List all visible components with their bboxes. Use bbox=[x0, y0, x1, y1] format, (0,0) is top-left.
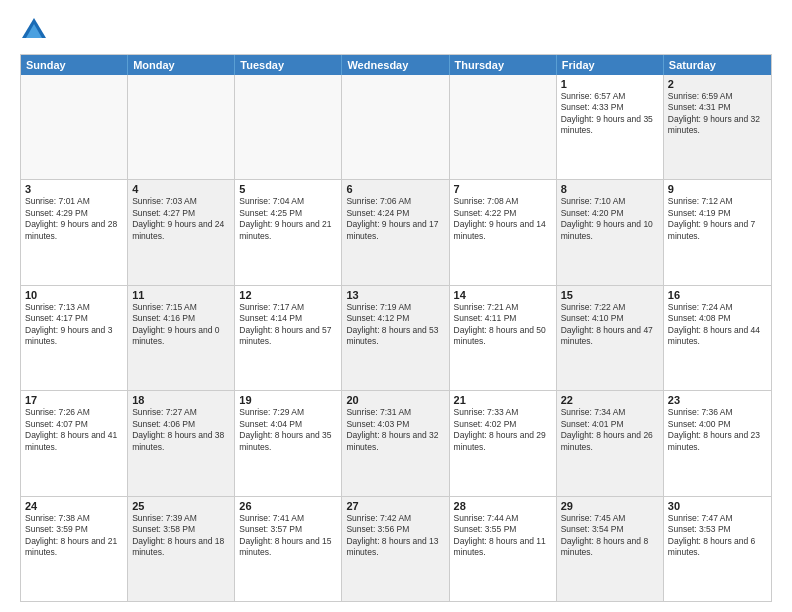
day-number: 29 bbox=[561, 500, 659, 512]
header-day-friday: Friday bbox=[557, 55, 664, 75]
calendar-cell: 12Sunrise: 7:17 AM Sunset: 4:14 PM Dayli… bbox=[235, 286, 342, 390]
calendar-cell bbox=[450, 75, 557, 179]
day-number: 5 bbox=[239, 183, 337, 195]
calendar-cell: 4Sunrise: 7:03 AM Sunset: 4:27 PM Daylig… bbox=[128, 180, 235, 284]
cell-info: Sunrise: 7:08 AM Sunset: 4:22 PM Dayligh… bbox=[454, 196, 552, 242]
day-number: 18 bbox=[132, 394, 230, 406]
calendar-cell: 10Sunrise: 7:13 AM Sunset: 4:17 PM Dayli… bbox=[21, 286, 128, 390]
calendar-cell bbox=[342, 75, 449, 179]
cell-info: Sunrise: 7:03 AM Sunset: 4:27 PM Dayligh… bbox=[132, 196, 230, 242]
calendar-header: SundayMondayTuesdayWednesdayThursdayFrid… bbox=[21, 55, 771, 75]
day-number: 1 bbox=[561, 78, 659, 90]
header-day-wednesday: Wednesday bbox=[342, 55, 449, 75]
cell-info: Sunrise: 7:33 AM Sunset: 4:02 PM Dayligh… bbox=[454, 407, 552, 453]
calendar-cell: 23Sunrise: 7:36 AM Sunset: 4:00 PM Dayli… bbox=[664, 391, 771, 495]
calendar-row-3: 10Sunrise: 7:13 AM Sunset: 4:17 PM Dayli… bbox=[21, 286, 771, 391]
calendar-cell: 13Sunrise: 7:19 AM Sunset: 4:12 PM Dayli… bbox=[342, 286, 449, 390]
day-number: 15 bbox=[561, 289, 659, 301]
day-number: 23 bbox=[668, 394, 767, 406]
calendar-cell: 8Sunrise: 7:10 AM Sunset: 4:20 PM Daylig… bbox=[557, 180, 664, 284]
day-number: 17 bbox=[25, 394, 123, 406]
calendar-body: 1Sunrise: 6:57 AM Sunset: 4:33 PM Daylig… bbox=[21, 75, 771, 601]
header-day-sunday: Sunday bbox=[21, 55, 128, 75]
calendar-row-2: 3Sunrise: 7:01 AM Sunset: 4:29 PM Daylig… bbox=[21, 180, 771, 285]
day-number: 25 bbox=[132, 500, 230, 512]
day-number: 9 bbox=[668, 183, 767, 195]
calendar-cell bbox=[128, 75, 235, 179]
page: SundayMondayTuesdayWednesdayThursdayFrid… bbox=[0, 0, 792, 612]
calendar-cell: 27Sunrise: 7:42 AM Sunset: 3:56 PM Dayli… bbox=[342, 497, 449, 601]
header-day-tuesday: Tuesday bbox=[235, 55, 342, 75]
day-number: 24 bbox=[25, 500, 123, 512]
day-number: 16 bbox=[668, 289, 767, 301]
cell-info: Sunrise: 7:01 AM Sunset: 4:29 PM Dayligh… bbox=[25, 196, 123, 242]
calendar-cell: 3Sunrise: 7:01 AM Sunset: 4:29 PM Daylig… bbox=[21, 180, 128, 284]
calendar-cell: 11Sunrise: 7:15 AM Sunset: 4:16 PM Dayli… bbox=[128, 286, 235, 390]
cell-info: Sunrise: 7:15 AM Sunset: 4:16 PM Dayligh… bbox=[132, 302, 230, 348]
cell-info: Sunrise: 7:38 AM Sunset: 3:59 PM Dayligh… bbox=[25, 513, 123, 559]
calendar-cell: 25Sunrise: 7:39 AM Sunset: 3:58 PM Dayli… bbox=[128, 497, 235, 601]
cell-info: Sunrise: 7:42 AM Sunset: 3:56 PM Dayligh… bbox=[346, 513, 444, 559]
calendar-cell: 6Sunrise: 7:06 AM Sunset: 4:24 PM Daylig… bbox=[342, 180, 449, 284]
cell-info: Sunrise: 7:29 AM Sunset: 4:04 PM Dayligh… bbox=[239, 407, 337, 453]
day-number: 22 bbox=[561, 394, 659, 406]
cell-info: Sunrise: 7:44 AM Sunset: 3:55 PM Dayligh… bbox=[454, 513, 552, 559]
cell-info: Sunrise: 6:57 AM Sunset: 4:33 PM Dayligh… bbox=[561, 91, 659, 137]
cell-info: Sunrise: 7:47 AM Sunset: 3:53 PM Dayligh… bbox=[668, 513, 767, 559]
calendar-cell: 18Sunrise: 7:27 AM Sunset: 4:06 PM Dayli… bbox=[128, 391, 235, 495]
cell-info: Sunrise: 7:17 AM Sunset: 4:14 PM Dayligh… bbox=[239, 302, 337, 348]
logo-icon bbox=[20, 16, 48, 44]
calendar-cell: 21Sunrise: 7:33 AM Sunset: 4:02 PM Dayli… bbox=[450, 391, 557, 495]
day-number: 13 bbox=[346, 289, 444, 301]
calendar-cell: 1Sunrise: 6:57 AM Sunset: 4:33 PM Daylig… bbox=[557, 75, 664, 179]
header-day-thursday: Thursday bbox=[450, 55, 557, 75]
day-number: 4 bbox=[132, 183, 230, 195]
calendar-cell: 19Sunrise: 7:29 AM Sunset: 4:04 PM Dayli… bbox=[235, 391, 342, 495]
day-number: 2 bbox=[668, 78, 767, 90]
calendar-cell: 26Sunrise: 7:41 AM Sunset: 3:57 PM Dayli… bbox=[235, 497, 342, 601]
cell-info: Sunrise: 6:59 AM Sunset: 4:31 PM Dayligh… bbox=[668, 91, 767, 137]
header bbox=[20, 16, 772, 44]
calendar-cell: 30Sunrise: 7:47 AM Sunset: 3:53 PM Dayli… bbox=[664, 497, 771, 601]
calendar-cell: 17Sunrise: 7:26 AM Sunset: 4:07 PM Dayli… bbox=[21, 391, 128, 495]
cell-info: Sunrise: 7:10 AM Sunset: 4:20 PM Dayligh… bbox=[561, 196, 659, 242]
day-number: 27 bbox=[346, 500, 444, 512]
cell-info: Sunrise: 7:27 AM Sunset: 4:06 PM Dayligh… bbox=[132, 407, 230, 453]
calendar-cell: 15Sunrise: 7:22 AM Sunset: 4:10 PM Dayli… bbox=[557, 286, 664, 390]
cell-info: Sunrise: 7:12 AM Sunset: 4:19 PM Dayligh… bbox=[668, 196, 767, 242]
cell-info: Sunrise: 7:21 AM Sunset: 4:11 PM Dayligh… bbox=[454, 302, 552, 348]
cell-info: Sunrise: 7:41 AM Sunset: 3:57 PM Dayligh… bbox=[239, 513, 337, 559]
day-number: 20 bbox=[346, 394, 444, 406]
day-number: 10 bbox=[25, 289, 123, 301]
cell-info: Sunrise: 7:22 AM Sunset: 4:10 PM Dayligh… bbox=[561, 302, 659, 348]
cell-info: Sunrise: 7:34 AM Sunset: 4:01 PM Dayligh… bbox=[561, 407, 659, 453]
header-day-saturday: Saturday bbox=[664, 55, 771, 75]
calendar-cell: 29Sunrise: 7:45 AM Sunset: 3:54 PM Dayli… bbox=[557, 497, 664, 601]
cell-info: Sunrise: 7:19 AM Sunset: 4:12 PM Dayligh… bbox=[346, 302, 444, 348]
calendar-cell: 9Sunrise: 7:12 AM Sunset: 4:19 PM Daylig… bbox=[664, 180, 771, 284]
cell-info: Sunrise: 7:31 AM Sunset: 4:03 PM Dayligh… bbox=[346, 407, 444, 453]
calendar-cell: 2Sunrise: 6:59 AM Sunset: 4:31 PM Daylig… bbox=[664, 75, 771, 179]
day-number: 19 bbox=[239, 394, 337, 406]
day-number: 8 bbox=[561, 183, 659, 195]
calendar-cell: 16Sunrise: 7:24 AM Sunset: 4:08 PM Dayli… bbox=[664, 286, 771, 390]
day-number: 30 bbox=[668, 500, 767, 512]
calendar-cell: 14Sunrise: 7:21 AM Sunset: 4:11 PM Dayli… bbox=[450, 286, 557, 390]
day-number: 3 bbox=[25, 183, 123, 195]
day-number: 7 bbox=[454, 183, 552, 195]
calendar-cell: 22Sunrise: 7:34 AM Sunset: 4:01 PM Dayli… bbox=[557, 391, 664, 495]
calendar-cell bbox=[235, 75, 342, 179]
day-number: 14 bbox=[454, 289, 552, 301]
cell-info: Sunrise: 7:39 AM Sunset: 3:58 PM Dayligh… bbox=[132, 513, 230, 559]
cell-info: Sunrise: 7:04 AM Sunset: 4:25 PM Dayligh… bbox=[239, 196, 337, 242]
calendar: SundayMondayTuesdayWednesdayThursdayFrid… bbox=[20, 54, 772, 602]
cell-info: Sunrise: 7:06 AM Sunset: 4:24 PM Dayligh… bbox=[346, 196, 444, 242]
calendar-cell: 24Sunrise: 7:38 AM Sunset: 3:59 PM Dayli… bbox=[21, 497, 128, 601]
day-number: 26 bbox=[239, 500, 337, 512]
calendar-row-5: 24Sunrise: 7:38 AM Sunset: 3:59 PM Dayli… bbox=[21, 497, 771, 601]
header-day-monday: Monday bbox=[128, 55, 235, 75]
calendar-row-1: 1Sunrise: 6:57 AM Sunset: 4:33 PM Daylig… bbox=[21, 75, 771, 180]
cell-info: Sunrise: 7:36 AM Sunset: 4:00 PM Dayligh… bbox=[668, 407, 767, 453]
cell-info: Sunrise: 7:45 AM Sunset: 3:54 PM Dayligh… bbox=[561, 513, 659, 559]
calendar-cell: 20Sunrise: 7:31 AM Sunset: 4:03 PM Dayli… bbox=[342, 391, 449, 495]
